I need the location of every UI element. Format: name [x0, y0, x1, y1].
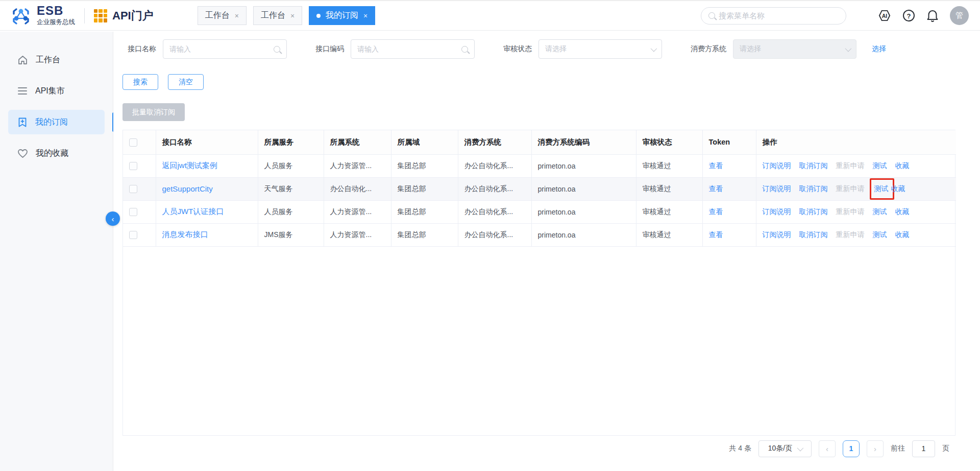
cell-consumer-code: primeton.oa [531, 177, 636, 200]
action-收藏[interactable]: 收藏 [891, 184, 905, 193]
sidebar-item-1[interactable]: API集市 [8, 79, 105, 103]
interface-name-link[interactable]: 人员JWT认证接口 [162, 207, 224, 216]
action-测试[interactable]: 测试 [874, 184, 889, 193]
cell-status: 审核通过 [636, 200, 702, 223]
select-all-checkbox[interactable] [129, 138, 137, 147]
action-收藏[interactable]: 收藏 [895, 207, 910, 216]
heart-icon [17, 149, 28, 158]
filter-input-1[interactable] [351, 39, 475, 59]
row-checkbox[interactable] [129, 162, 137, 170]
user-avatar[interactable]: 管 [950, 6, 969, 25]
action-订阅说明[interactable]: 订阅说明 [763, 184, 791, 193]
filter-input-0[interactable] [163, 39, 287, 59]
clear-button[interactable]: 清空 [168, 74, 204, 90]
token-view-link[interactable]: 查看 [709, 184, 723, 193]
page-number-1[interactable]: 1 [843, 440, 860, 457]
action-测试[interactable]: 测试 [873, 230, 887, 239]
goto-label: 前往 [891, 444, 905, 453]
prev-page-button[interactable]: ‹ [819, 440, 836, 457]
header-divider [84, 8, 85, 23]
filter-label-1: 接口编码 [315, 44, 344, 54]
tab-工作台-0[interactable]: 工作台× [198, 6, 247, 25]
column-header-3: 所属域 [391, 130, 458, 154]
action-测试[interactable]: 测试 [873, 161, 887, 170]
interface-name-link[interactable]: getSupportCity [162, 184, 213, 193]
cell-domain: 集团总部 [391, 223, 458, 246]
filter-label-0: 接口名称 [128, 44, 156, 54]
portal-title: API门户 [112, 8, 154, 23]
tab-我的订阅-2[interactable]: 我的订阅× [309, 6, 375, 25]
action-订阅说明[interactable]: 订阅说明 [763, 230, 791, 239]
total-count: 共 4 条 [729, 444, 751, 453]
action-重新申请[interactable]: 重新申请 [836, 230, 865, 239]
choose-consumer-link[interactable]: 选择 [872, 44, 886, 54]
esb-network-logo-icon [10, 5, 32, 27]
filter-select-3[interactable]: 请选择 [733, 39, 856, 59]
batch-cancel-subscription-button[interactable]: 批量取消订阅 [122, 103, 185, 121]
row-checkbox[interactable] [129, 208, 137, 216]
filter-select-2[interactable]: 请选择 [538, 39, 662, 59]
search-icon [274, 46, 280, 53]
api-portal-grid-icon [94, 9, 107, 22]
interface-name-link[interactable]: 消息发布接口 [162, 230, 208, 239]
table-row-0: 返回jwt测试案例人员服务人力资源管...集团总部办公自动化系...primet… [123, 154, 956, 177]
table-row-2: 人员JWT认证接口人员服务人力资源管...集团总部办公自动化系...primet… [123, 200, 956, 223]
tab-close-icon[interactable]: × [363, 12, 368, 20]
action-订阅说明[interactable]: 订阅说明 [763, 207, 791, 216]
cell-system: 人力资源管... [324, 200, 391, 223]
menu-list-icon [17, 86, 28, 96]
action-取消订阅[interactable]: 取消订阅 [799, 184, 828, 193]
action-重新申请[interactable]: 重新申请 [836, 161, 865, 170]
chevron-down-icon [651, 45, 657, 52]
action-重新申请[interactable]: 重新申请 [836, 207, 865, 216]
cell-actions: 订阅说明取消订阅重新申请测试收藏 [756, 200, 956, 223]
cell-consumer: 办公自动化系... [458, 223, 531, 246]
action-测试[interactable]: 测试 [873, 207, 887, 216]
help-icon[interactable]: ? [902, 9, 915, 22]
tab-close-icon[interactable]: × [290, 12, 295, 20]
page-size-select[interactable]: 10条/页 [758, 440, 812, 457]
cell-consumer: 办公自动化系... [458, 200, 531, 223]
action-取消订阅[interactable]: 取消订阅 [799, 161, 828, 170]
notifications-bell-icon[interactable] [926, 9, 939, 22]
search-button[interactable]: 搜索 [122, 74, 158, 90]
row-checkbox[interactable] [129, 231, 137, 239]
interface-name-link[interactable]: 返回jwt测试案例 [162, 161, 217, 170]
token-view-link[interactable]: 查看 [709, 207, 723, 216]
next-page-button[interactable]: › [867, 440, 884, 457]
home-icon [17, 55, 28, 65]
cell-status: 审核通过 [636, 154, 702, 177]
action-重新申请[interactable]: 重新申请 [836, 184, 865, 193]
cell-domain: 集团总部 [391, 200, 458, 223]
row-checkbox[interactable] [129, 185, 137, 193]
action-收藏[interactable]: 收藏 [895, 230, 910, 239]
sidebar-item-3[interactable]: 我的收藏 [8, 141, 105, 166]
token-view-link[interactable]: 查看 [709, 230, 723, 239]
cell-service: 天气服务 [258, 177, 324, 200]
ai-assistant-icon[interactable]: AI [878, 9, 891, 22]
menu-search-input[interactable] [719, 11, 839, 20]
sidebar-collapse-button[interactable]: ‹ [106, 211, 120, 226]
token-view-link[interactable]: 查看 [709, 161, 723, 170]
logo-title: ESB [37, 5, 75, 17]
cell-token: 查看 [702, 154, 756, 177]
page-unit-label: 页 [942, 444, 949, 453]
cell-service: 人员服务 [258, 200, 324, 223]
action-订阅说明[interactable]: 订阅说明 [763, 161, 791, 170]
sidebar-item-2[interactable]: 我的订阅 [8, 110, 105, 134]
svg-text:AI: AI [882, 13, 888, 19]
filter-bar: 接口名称接口编码审核状态请选择消费方系统请选择选择 [128, 39, 980, 59]
portal-brand: API门户 [94, 8, 154, 23]
action-取消订阅[interactable]: 取消订阅 [799, 207, 828, 216]
tab-close-icon[interactable]: × [235, 12, 239, 20]
column-header-4: 消费方系统 [458, 130, 531, 154]
goto-page-input[interactable] [912, 440, 935, 457]
cell-interface-name: 人员JWT认证接口 [156, 200, 258, 223]
cell-system: 人力资源管... [324, 223, 391, 246]
action-收藏[interactable]: 收藏 [895, 161, 910, 170]
sidebar-item-0[interactable]: 工作台 [8, 48, 105, 72]
pagination-bar: 共 4 条 10条/页 ‹ 1 › 前往 页 [122, 436, 955, 461]
menu-search-box[interactable] [701, 7, 846, 25]
action-取消订阅[interactable]: 取消订阅 [799, 230, 828, 239]
tab-工作台-1[interactable]: 工作台× [253, 6, 302, 25]
